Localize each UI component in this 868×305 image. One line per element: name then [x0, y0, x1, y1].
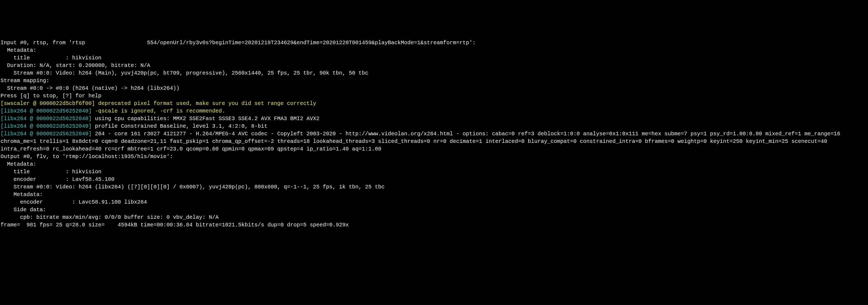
- libx264-tag: [libx264 @ 0000022d56252040]: [1, 131, 92, 137]
- output-line: Metadata:: [1, 160, 867, 168]
- terminal-output: Input #0, rtsp, from 'rtsp 554/openUrl/r…: [0, 38, 868, 230]
- output-line: Output #0, flv, to 'rtmp://localhost:193…: [1, 153, 867, 160]
- output-line: Metadata:: [1, 191, 867, 199]
- output-line: Stream #0:0: Video: h264 (Main), yuvj420…: [1, 69, 867, 77]
- output-line-warning: [swscaler @ 0000022d5cbf6f00] deprecated…: [1, 100, 867, 108]
- output-line: Stream #0:0: Video: h264 (libx264) ([7][…: [1, 183, 867, 191]
- output-line: Stream #0:0 -> #0:0 (h264 (native) -> h2…: [1, 85, 867, 92]
- output-line: encoder : Lavc58.91.100 libx264: [1, 199, 867, 206]
- output-line: encoder : Lavf58.45.100: [1, 176, 867, 183]
- output-line: title : hikvision: [1, 168, 867, 176]
- swscaler-msg: deprecated pixel format used, make sure …: [95, 100, 316, 106]
- output-line: Metadata:: [1, 47, 867, 54]
- output-line-libx264: [libx264 @ 0000022d56252040] profile Con…: [1, 123, 867, 130]
- output-line: Input #0, rtsp, from 'rtsp 554/openUrl/r…: [1, 39, 867, 47]
- output-line: Duration: N/A, start: 0.200000, bitrate:…: [1, 62, 867, 69]
- libx264-msg: using cpu capabilities: MMX2 SSE2Fast SS…: [92, 116, 319, 122]
- output-line: title : hikvision: [1, 54, 867, 62]
- output-line: cpb: bitrate max/min/avg: 0/0/0 buffer s…: [1, 214, 867, 221]
- output-line: Press [q] to stop, [?] for help: [1, 92, 867, 100]
- libx264-tag: [libx264 @ 0000022d56252040]: [1, 116, 92, 122]
- output-line-libx264-options: [libx264 @ 0000022d56252040] 264 - core …: [1, 130, 867, 153]
- libx264-msg: 264 - core 161 r3027 4121277 - H.264/MPE…: [1, 131, 844, 152]
- output-line: Side data:: [1, 206, 867, 214]
- libx264-tag: [libx264 @ 0000022d56252040]: [1, 108, 92, 114]
- output-line: Stream mapping:: [1, 77, 867, 85]
- output-line-progress: frame= 981 fps= 25 q=28.0 size= 4594kB t…: [1, 221, 867, 229]
- output-line-libx264: [libx264 @ 0000022d56252040] using cpu c…: [1, 115, 867, 123]
- libx264-msg-warn: -qscale is ignored, -crf is recommended.: [92, 108, 225, 114]
- libx264-tag: [libx264 @ 0000022d56252040]: [1, 123, 92, 129]
- swscaler-tag: [swscaler @ 0000022d5cbf6f00]: [1, 100, 95, 106]
- output-line-libx264: [libx264 @ 0000022d56252040] -qscale is …: [1, 108, 867, 115]
- libx264-msg: profile Constrained Baseline, level 3.1,…: [92, 123, 267, 129]
